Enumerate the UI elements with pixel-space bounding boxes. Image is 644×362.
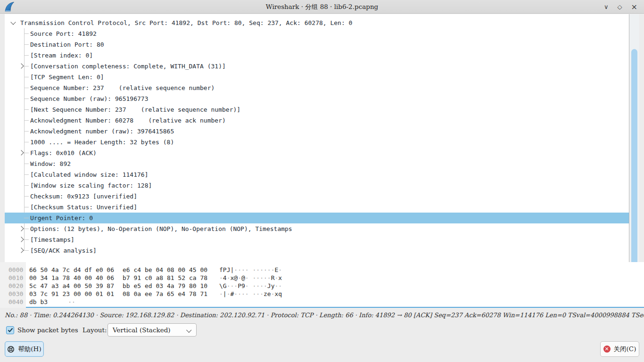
hex-ascii: ·4·x@·@· ·····R·x [219,274,282,281]
tree-row-label: Checksum: 0x9123 [unverified] [30,191,137,202]
tree-guide-dash [24,218,29,218]
tree-scrollbar-thumb[interactable] [631,49,637,272]
close-button-label: 关闭(C) [614,345,636,354]
tree-guide-dash [24,185,29,186]
packet-tree-rows: Transmission Control Protocol, Src Port:… [5,17,629,256]
tree-row-label: Flags: 0x010 (ACK) [30,148,97,158]
tree-row[interactable]: Transmission Control Protocol, Src Port:… [5,17,629,28]
close-icon: ✕ [603,346,611,353]
tree-row[interactable]: Options: (12 bytes), No-Operation (NOP),… [5,223,629,234]
hex-bytes: 08 0a ee 7a 65 e4 78 71 [123,290,207,297]
tree-row[interactable]: [TCP Segment Len: 0] [5,72,629,82]
tree-row[interactable]: [Calculated window size: 114176] [5,169,629,180]
layout-label: Layout: [83,326,107,334]
expander-open-icon[interactable] [10,19,16,25]
minimize-button[interactable]: ∨ [604,4,609,10]
tree-row-label: Sequence Number: 237 (relative sequence … [30,82,215,93]
hex-ascii: \G···P9· ····Jy·· [219,282,282,289]
hex-offset: 0020 [0,282,26,290]
help-button-label: 帮助(H) [18,345,41,354]
tree-row-label: Transmission Control Protocol, Src Port:… [20,17,352,28]
expander-closed-icon[interactable] [18,150,24,155]
tree-guide-dash [24,164,29,164]
tree-row[interactable]: [Stream index: 0] [5,50,629,61]
expander-closed-icon[interactable] [18,247,24,253]
tree-row[interactable]: [Next Sequence Number: 237 (relative seq… [5,104,629,115]
hex-offset: 0010 [0,274,26,282]
layout-select[interactable]: Vertical (Stacked) [107,323,197,337]
close-button[interactable]: ✕ 关闭(C) [600,341,639,357]
tree-row[interactable]: 1000 .... = Header Length: 32 bytes (8) [5,137,629,148]
tree-guide-dash [24,207,29,207]
hex-bytes: bb e5 ed 03 4a 79 80 10 [123,282,207,289]
hex-bytes: 66 50 4a 7c d4 df e0 06 [29,266,114,273]
tree-row-label: 1000 .... = Header Length: 32 bytes (8) [30,137,174,148]
tree-guide-dash [24,239,29,240]
tree-row-label: [Calculated window size: 114176] [30,169,148,180]
tree-row[interactable]: Acknowledgment Number: 60278 (relative a… [5,115,629,126]
hex-row[interactable]: 0040db b3·· [0,298,644,306]
tree-row[interactable]: Checksum: 0x9123 [unverified] [5,191,629,202]
hex-offset: 0040 [0,298,26,306]
tree-row-label: [Next Sequence Number: 237 (relative seq… [30,104,240,115]
tree-row[interactable]: Sequence Number: 237 (relative sequence … [5,82,629,93]
packet-bytes-pane[interactable]: 000066 50 4a 7c d4 df e0 06e6 c4 be 04 0… [0,262,644,308]
tree-row-label: [SEQ/ACK analysis] [30,245,97,256]
tree-row[interactable]: [Window size scaling factor: 128] [5,180,629,191]
tree-guide-dash [24,142,29,142]
tree-guide-dash [24,153,29,153]
hex-offset: 0000 [0,266,26,274]
show-packet-bytes-checkbox[interactable] [6,326,14,334]
tree-row-selected[interactable]: Urgent Pointer: 0 [5,213,629,223]
hex-bytes: 03 7c 91 23 00 00 01 01 [29,290,114,297]
hex-row[interactable]: 003003 7c 91 23 00 00 01 0108 0a ee 7a 6… [0,290,644,298]
chevron-down-icon [186,328,191,333]
window-title: Wireshark · 分组 88 · lib6-2.pcapng [0,0,644,14]
tree-row[interactable]: [SEQ/ACK analysis] [5,245,629,256]
hex-bytes: e6 c4 be 04 08 00 45 00 [123,266,207,273]
tree-row[interactable]: [Checksum Status: Unverified] [5,202,629,213]
tree-row[interactable]: Flags: 0x010 (ACK) [5,148,629,158]
tree-scrollbar[interactable] [629,14,639,262]
tree-row[interactable]: Window: 892 [5,158,629,169]
expander-closed-icon[interactable] [18,237,24,242]
hex-ascii: fPJ|···· ······E· [219,266,282,273]
tree-row-label: Source Port: 41892 [30,28,97,39]
hex-bytes: 00 34 1a 78 40 00 40 06 [29,274,114,281]
hex-row[interactable]: 000066 50 4a 7c d4 df e0 06e6 c4 be 04 0… [0,266,644,274]
packet-summary-status: No.: 88 · Time: 0.244264130 · Source: 19… [5,312,640,319]
hex-row[interactable]: 001000 34 1a 78 40 00 40 06b7 91 c0 a8 8… [0,274,644,282]
hex-bytes: b7 91 c0 a8 81 52 ca 78 [123,274,207,281]
tree-guide-dash [24,131,29,132]
hex-bytes: db b3 [29,298,48,305]
tree-row-label: [Checksum Status: Unverified] [30,202,137,213]
tree-guide-dash [24,55,29,56]
tree-row-label: Destination Port: 80 [30,39,104,50]
help-button[interactable]: 帮助(H) [5,341,44,357]
tree-row-label: [Window size scaling factor: 128] [30,180,152,191]
tree-row-label: Sequence Number (raw): 965196773 [30,93,148,104]
tree-row[interactable]: Acknowledgment number (raw): 3976415865 [5,126,629,137]
tree-row-label: Urgent Pointer: 0 [30,213,93,223]
window-controls: ∨ ◇ × [604,0,637,14]
hex-ascii: ·· [68,298,75,305]
expander-closed-icon[interactable] [18,226,24,231]
tree-guide-dash [24,109,29,110]
tree-row[interactable]: [Timestamps] [5,234,629,245]
tree-row[interactable]: Sequence Number (raw): 965196773 [5,93,629,104]
packet-detail-tree[interactable]: Transmission Control Protocol, Src Port:… [5,14,629,262]
tree-row[interactable]: Source Port: 41892 [5,28,629,39]
hex-row[interactable]: 00205c 47 a3 a4 00 50 39 87bb e5 ed 03 4… [0,282,644,290]
tree-row[interactable]: [Conversation completeness: Complete, WI… [5,61,629,72]
tree-row-label: Acknowledgment Number: 60278 (relative a… [30,115,226,126]
maximize-button[interactable]: ◇ [618,4,622,10]
checkmark-icon [8,328,13,333]
hex-rows: 000066 50 4a 7c d4 df e0 06e6 c4 be 04 0… [0,266,644,306]
expander-closed-icon[interactable] [18,63,24,68]
tree-guide-dash [24,99,29,99]
tree-row-label: [Stream index: 0] [30,50,93,61]
tree-guide-dash [24,66,29,66]
show-packet-bytes-label[interactable]: Show packet bytes [17,326,78,334]
close-window-button[interactable]: × [631,3,637,11]
tree-row[interactable]: Destination Port: 80 [5,39,629,50]
